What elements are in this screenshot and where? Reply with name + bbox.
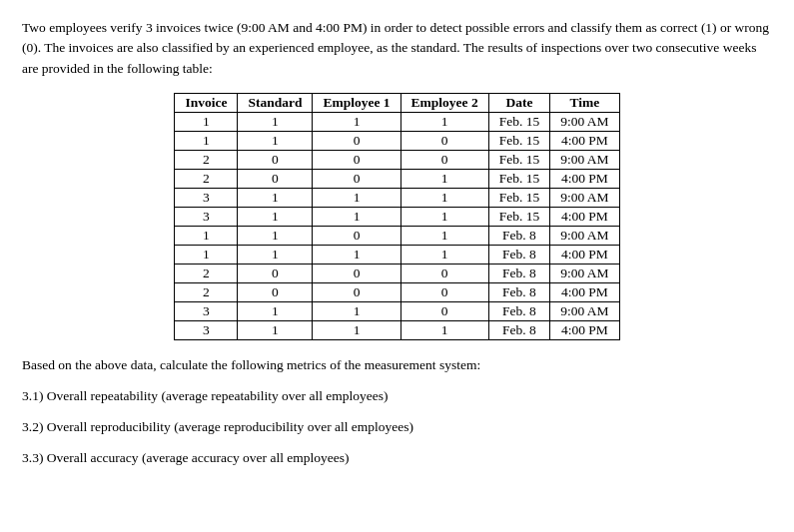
table-row: 3111Feb. 154:00 PM <box>175 207 619 226</box>
table-cell: 0 <box>400 301 488 320</box>
table-cell: Feb. 15 <box>488 150 550 169</box>
table-cell: 9:00 AM <box>550 112 619 131</box>
table-container: InvoiceStandardEmployee 1Employee 2DateT… <box>22 93 772 340</box>
table-cell: 4:00 PM <box>550 282 619 301</box>
table-cell: 0 <box>238 169 313 188</box>
table-body: 1111Feb. 159:00 AM1100Feb. 154:00 PM2000… <box>175 112 619 339</box>
table-cell: 1 <box>238 112 313 131</box>
table-cell: 1 <box>238 131 313 150</box>
table-cell: 1 <box>313 207 400 226</box>
table-cell: Feb. 8 <box>488 301 550 320</box>
table-cell: 9:00 AM <box>550 301 619 320</box>
table-cell: 0 <box>313 264 400 282</box>
table-cell: 0 <box>313 131 400 150</box>
table-cell: 0 <box>400 282 488 301</box>
table-cell: 1 <box>175 112 238 131</box>
table-cell: 2 <box>175 264 238 282</box>
table-cell: Feb. 8 <box>488 320 550 339</box>
table-cell: 1 <box>238 245 313 264</box>
table-cell: 1 <box>400 226 488 245</box>
table-cell: 0 <box>313 169 400 188</box>
table-cell: 1 <box>400 188 488 207</box>
table-header-cell: Date <box>488 93 550 112</box>
table-cell: 1 <box>175 226 238 245</box>
table-cell: 0 <box>238 264 313 282</box>
table-header-cell: Invoice <box>175 93 238 112</box>
table-cell: 9:00 AM <box>550 150 619 169</box>
table-cell: Feb. 15 <box>488 131 550 150</box>
table-row: 3111Feb. 84:00 PM <box>175 320 619 339</box>
table-cell: 0 <box>400 264 488 282</box>
table-cell: 1 <box>400 207 488 226</box>
data-table: InvoiceStandardEmployee 1Employee 2DateT… <box>174 93 619 340</box>
table-cell: 1 <box>400 112 488 131</box>
table-cell: 1 <box>238 301 313 320</box>
table-cell: 0 <box>238 150 313 169</box>
table-cell: 1 <box>313 245 400 264</box>
table-cell: 1 <box>400 320 488 339</box>
table-cell: 1 <box>400 245 488 264</box>
table-cell: Feb. 15 <box>488 188 550 207</box>
table-cell: Feb. 8 <box>488 282 550 301</box>
table-cell: Feb. 8 <box>488 264 550 282</box>
table-cell: 4:00 PM <box>550 320 619 339</box>
table-cell: 4:00 PM <box>550 169 619 188</box>
table-cell: 3 <box>175 207 238 226</box>
question-3: 3.3) Overall accuracy (average accuracy … <box>22 447 772 470</box>
table-cell: 1 <box>238 207 313 226</box>
table-cell: 9:00 AM <box>550 188 619 207</box>
table-cell: 1 <box>400 169 488 188</box>
table-header-cell: Time <box>550 93 619 112</box>
table-cell: 1 <box>313 320 400 339</box>
question-2: 3.2) Overall reproducibility (average re… <box>22 416 772 439</box>
table-cell: 0 <box>313 226 400 245</box>
table-row: 2001Feb. 154:00 PM <box>175 169 619 188</box>
questions-block: Based on the above data, calculate the f… <box>22 354 772 470</box>
table-cell: Feb. 8 <box>488 245 550 264</box>
table-cell: 1 <box>238 226 313 245</box>
table-cell: Feb. 15 <box>488 207 550 226</box>
table-row: 2000Feb. 89:00 AM <box>175 264 619 282</box>
table-cell: 3 <box>175 320 238 339</box>
table-cell: 0 <box>400 150 488 169</box>
question-1: 3.1) Overall repeatability (average repe… <box>22 385 772 408</box>
table-cell: 9:00 AM <box>550 226 619 245</box>
table-cell: 3 <box>175 301 238 320</box>
table-cell: 4:00 PM <box>550 207 619 226</box>
table-header-cell: Employee 1 <box>313 93 400 112</box>
table-cell: 4:00 PM <box>550 131 619 150</box>
table-cell: 4:00 PM <box>550 245 619 264</box>
table-row: 1111Feb. 159:00 AM <box>175 112 619 131</box>
table-cell: 1 <box>175 245 238 264</box>
table-cell: 1 <box>238 320 313 339</box>
table-cell: 3 <box>175 188 238 207</box>
table-row: 3110Feb. 89:00 AM <box>175 301 619 320</box>
table-cell: 1 <box>313 112 400 131</box>
table-cell: 2 <box>175 282 238 301</box>
table-cell: 1 <box>238 188 313 207</box>
table-cell: 0 <box>313 282 400 301</box>
table-cell: 9:00 AM <box>550 264 619 282</box>
table-cell: Feb. 15 <box>488 169 550 188</box>
intro-paragraph: Two employees verify 3 invoices twice (9… <box>22 18 772 79</box>
table-cell: 2 <box>175 169 238 188</box>
table-header-cell: Standard <box>238 93 313 112</box>
table-cell: 2 <box>175 150 238 169</box>
table-row: 1100Feb. 154:00 PM <box>175 131 619 150</box>
table-row: 3111Feb. 159:00 AM <box>175 188 619 207</box>
table-cell: Feb. 8 <box>488 226 550 245</box>
questions-intro: Based on the above data, calculate the f… <box>22 354 772 377</box>
table-row: 1101Feb. 89:00 AM <box>175 226 619 245</box>
table-row: 2000Feb. 84:00 PM <box>175 282 619 301</box>
table-cell: 1 <box>313 188 400 207</box>
table-cell: 1 <box>175 131 238 150</box>
table-row: 2000Feb. 159:00 AM <box>175 150 619 169</box>
table-cell: 0 <box>313 150 400 169</box>
table-header-row: InvoiceStandardEmployee 1Employee 2DateT… <box>175 93 619 112</box>
table-row: 1111Feb. 84:00 PM <box>175 245 619 264</box>
table-cell: 0 <box>238 282 313 301</box>
table-cell: Feb. 15 <box>488 112 550 131</box>
table-cell: 0 <box>400 131 488 150</box>
table-header-cell: Employee 2 <box>400 93 488 112</box>
table-cell: 1 <box>313 301 400 320</box>
